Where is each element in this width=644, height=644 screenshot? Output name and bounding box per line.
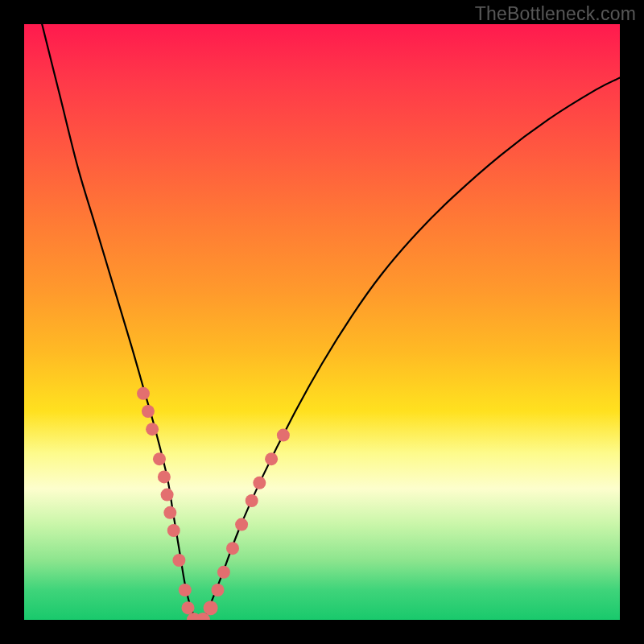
chart-frame: TheBottleneck.com bbox=[0, 0, 644, 644]
curve-marker bbox=[235, 518, 248, 531]
watermark-text: TheBottleneck.com bbox=[475, 3, 636, 25]
curve-marker bbox=[146, 423, 159, 436]
curve-marker bbox=[204, 601, 218, 615]
curve-marker bbox=[182, 601, 195, 614]
curve-marker bbox=[217, 566, 230, 579]
curve-markers bbox=[137, 387, 290, 620]
chart-svg bbox=[24, 24, 620, 620]
curve-marker bbox=[265, 452, 278, 465]
curve-marker bbox=[226, 542, 239, 555]
curve-marker bbox=[179, 584, 192, 597]
plot-area bbox=[24, 24, 620, 620]
curve-marker bbox=[277, 429, 290, 442]
curve-marker bbox=[163, 506, 176, 519]
curve-marker bbox=[153, 452, 166, 465]
curve-marker bbox=[167, 524, 180, 537]
curve-marker bbox=[253, 477, 266, 489]
curve-marker bbox=[158, 470, 171, 483]
curve-marker bbox=[246, 494, 258, 507]
curve-marker bbox=[161, 489, 174, 502]
bottleneck-curve bbox=[42, 24, 620, 620]
curve-marker bbox=[142, 405, 155, 418]
curve-marker bbox=[212, 584, 225, 597]
curve-marker bbox=[172, 554, 185, 567]
curve-marker bbox=[137, 387, 150, 400]
